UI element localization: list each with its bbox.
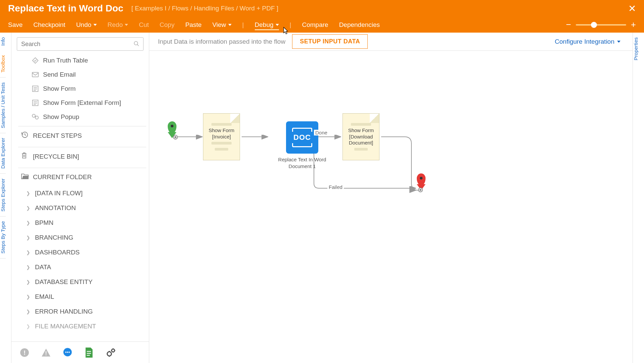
folder-item[interactable]: ❯[DATA IN FLOW]: [18, 186, 146, 201]
dependencies-button[interactable]: Dependencies: [339, 21, 380, 29]
right-rail: Properties: [633, 33, 644, 363]
history-icon: [21, 131, 29, 140]
breadcrumb[interactable]: [ Examples I / Flows / Handling Files / …: [131, 5, 278, 12]
end-port[interactable]: [418, 188, 423, 192]
top-bar: Replace Text in Word Doc [ Examples I / …: [0, 0, 644, 33]
chevron-right-icon: ❯: [26, 220, 30, 226]
checkpoint-button[interactable]: Checkpoint: [33, 21, 65, 29]
section-recent-steps[interactable]: RECENT STEPS: [18, 126, 146, 145]
chevron-right-icon: ❯: [26, 309, 30, 314]
folder-item[interactable]: ❯BRANCHING: [18, 230, 146, 245]
zoom-handle[interactable]: [591, 22, 597, 28]
view-button[interactable]: View: [212, 21, 232, 29]
folder-item[interactable]: ❯EMAIL: [18, 289, 146, 304]
menu-row: Save Checkpoint Undo Redo Cut Copy Paste…: [0, 17, 644, 33]
redo-button[interactable]: Redo: [108, 21, 128, 29]
toolbox-item[interactable]: Show Popup: [18, 110, 146, 124]
menu-separator: |: [242, 21, 244, 29]
search-input[interactable]: [17, 37, 144, 51]
save-button[interactable]: Save: [8, 21, 23, 29]
sidebar-footer: ! !: [11, 341, 149, 363]
svg-rect-24: [87, 355, 90, 355]
section-current-folder[interactable]: CURRENT FOLDER: [18, 168, 146, 186]
paste-button[interactable]: Paste: [185, 21, 202, 29]
toolbox-item[interactable]: Run Truth Table: [18, 53, 146, 68]
svg-point-11: [32, 114, 35, 117]
chevron-right-icon: ❯: [26, 294, 30, 299]
chevron-right-icon: ❯: [26, 265, 30, 270]
flow-node-replace-text[interactable]: DOC Replace Text In Word Document 1: [269, 121, 336, 169]
rail-tab-steps-by-type[interactable]: Steps By Type: [0, 216, 6, 258]
folder-item[interactable]: ❯ANNOTATION: [18, 201, 146, 215]
zoom-slider[interactable]: [576, 24, 626, 26]
folder-item[interactable]: ❯FILE MANAGEMENT: [18, 319, 146, 334]
folder-item[interactable]: ❯BPMN: [18, 215, 146, 230]
toolbox-item[interactable]: Send Email: [18, 68, 146, 82]
cut-button[interactable]: Cut: [139, 21, 149, 29]
gear-icon[interactable]: [106, 348, 116, 358]
form-icon: [32, 85, 39, 92]
setup-input-data-button[interactable]: SETUP INPUT DATA: [292, 34, 368, 49]
document-shape-icon: Show Form[Invoice]: [203, 113, 240, 160]
end-pin-icon: [417, 173, 426, 186]
trash-icon: [21, 152, 29, 161]
chevron-down-icon: [276, 24, 279, 26]
rail-tab-toolbox[interactable]: Toolbox: [0, 50, 6, 78]
zoom-in-button[interactable]: +: [631, 19, 636, 30]
doc-blue-icon: DOC: [286, 121, 318, 154]
folder-item[interactable]: ❯DASHBOARDS: [18, 245, 146, 260]
svg-rect-22: [87, 351, 91, 352]
info-icon[interactable]: !: [19, 348, 30, 358]
configure-integration-button[interactable]: Configure Integration: [555, 38, 620, 45]
warning-icon[interactable]: !: [41, 348, 51, 358]
left-rail: Info Toolbox Samples / Unit Tests Data E…: [0, 33, 11, 363]
section-recycle-bin[interactable]: [RECYCLE BIN]: [18, 147, 146, 166]
start-port[interactable]: [173, 135, 178, 139]
folder-item[interactable]: ❯DATABASE ENTITY: [18, 275, 146, 289]
svg-rect-23: [87, 353, 91, 354]
toolbox-sidebar: Run Truth Table Send Email Show Form Sho…: [11, 33, 149, 363]
folder-item[interactable]: ❯ERROR HANDLING: [18, 304, 146, 319]
toolbox-item[interactable]: Show Form [External Form]: [18, 96, 146, 110]
undo-button[interactable]: Undo: [76, 21, 96, 29]
page-title: Replace Text in Word Doc: [8, 3, 123, 14]
svg-point-0: [134, 41, 138, 45]
document-icon[interactable]: [84, 348, 94, 358]
flow-canvas[interactable]: Show Form[Invoice] DOC Replace Text In W…: [149, 51, 633, 363]
svg-point-19: [65, 351, 67, 353]
chevron-right-icon: ❯: [26, 324, 30, 329]
chevron-down-icon: [617, 41, 620, 43]
folder-open-icon: [21, 173, 29, 181]
zoom-control: − +: [566, 19, 636, 30]
chat-icon[interactable]: [63, 348, 73, 358]
document-shape-icon: Show Form[DownloadDocument]: [343, 113, 379, 160]
start-pin-icon: [168, 121, 176, 133]
copy-button[interactable]: Copy: [160, 21, 174, 29]
close-icon[interactable]: ✕: [628, 3, 636, 14]
folder-item[interactable]: ❯DATA: [18, 260, 146, 275]
rail-tab-properties[interactable]: Properties: [633, 33, 639, 65]
rail-tab-info[interactable]: Info: [0, 33, 6, 50]
form-icon: [32, 99, 39, 107]
end-node[interactable]: [417, 173, 426, 186]
rail-tab-data-explorer[interactable]: Data Explorer: [0, 133, 6, 174]
chevron-right-icon: ❯: [26, 279, 30, 285]
debug-button[interactable]: Debug: [255, 21, 279, 30]
toolbox-tree[interactable]: Run Truth Table Send Email Show Form Sho…: [11, 53, 149, 341]
svg-rect-2: [32, 72, 38, 77]
menu-separator: |: [290, 21, 291, 29]
rail-tab-steps-explorer[interactable]: Steps Explorer: [0, 174, 6, 216]
popup-icon: [32, 113, 39, 121]
zoom-out-button[interactable]: −: [566, 19, 571, 30]
start-node[interactable]: [168, 121, 176, 133]
edge-label-done: Done: [314, 130, 329, 135]
search-icon[interactable]: [133, 41, 139, 48]
flow-node-show-form-download[interactable]: Show Form[DownloadDocument]: [343, 113, 379, 160]
compare-button[interactable]: Compare: [302, 21, 328, 29]
title-row: Replace Text in Word Doc [ Examples I / …: [0, 0, 644, 17]
svg-text:!: !: [24, 349, 26, 356]
chevron-right-icon: ❯: [26, 205, 30, 211]
toolbox-item[interactable]: Show Form: [18, 82, 146, 96]
rail-tab-samples[interactable]: Samples / Unit Tests: [0, 78, 6, 133]
flow-node-show-form-invoice[interactable]: Show Form[Invoice]: [203, 113, 240, 160]
